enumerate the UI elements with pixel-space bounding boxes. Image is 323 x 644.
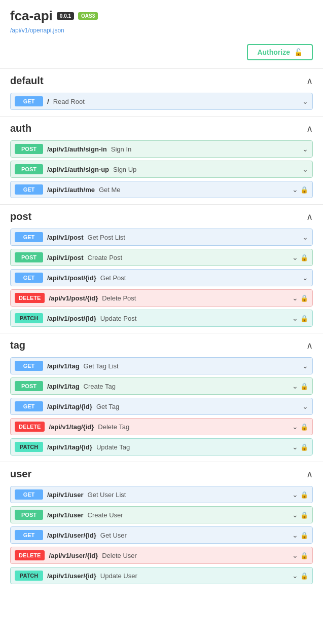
method-badge: PATCH — [15, 442, 43, 452]
endpoint-row-post-4[interactable]: PATCH /api/v1/post/{id} Update Post ⌄ 🔒 — [10, 310, 313, 327]
method-badge: POST — [15, 164, 43, 174]
section-chevron-user[interactable]: ∧ — [306, 469, 313, 480]
section-auth: auth ∧ POST /api/v1/auth/sign-in Sign In… — [0, 116, 323, 204]
row-right: ⌄ — [302, 362, 308, 370]
endpoint-row-auth-0[interactable]: POST /api/v1/auth/sign-in Sign In ⌄ — [10, 140, 313, 158]
endpoint-desc: Update Post — [100, 315, 288, 322]
method-badge: POST — [15, 510, 43, 520]
method-badge: GET — [15, 361, 43, 371]
endpoint-path: /api/v1/user/{id} — [47, 532, 96, 539]
method-badge: PATCH — [15, 571, 43, 581]
method-badge: DELETE — [15, 422, 45, 432]
section-title-user: user — [10, 468, 31, 480]
endpoint-desc: Get User List — [88, 491, 288, 499]
row-chevron-icon: ⌄ — [292, 511, 298, 519]
section-body-user: GET /api/v1/user Get User List ⌄ 🔒 POST … — [0, 486, 323, 590]
endpoint-row-user-1[interactable]: POST /api/v1/user Create User ⌄ 🔒 — [10, 506, 313, 523]
endpoint-row-tag-2[interactable]: GET /api/v1/tag/{id} Get Tag ⌄ — [10, 398, 313, 415]
section-header-tag[interactable]: tag ∧ — [0, 333, 323, 357]
row-right: ⌄ 🔒 — [292, 185, 308, 194]
section-body-tag: GET /api/v1/tag Get Tag List ⌄ POST /api… — [0, 357, 323, 462]
endpoint-row-post-1[interactable]: POST /api/v1/post Create Post ⌄ 🔒 — [10, 249, 313, 266]
endpoint-desc: Get User — [100, 532, 288, 539]
row-right: ⌄ 🔒 — [292, 490, 308, 499]
row-right: ⌄ 🔒 — [292, 314, 308, 322]
section-header-user[interactable]: user ∧ — [0, 462, 323, 486]
endpoint-desc: Create Post — [88, 254, 288, 261]
endpoint-desc: Get Me — [99, 186, 288, 194]
endpoint-row-user-3[interactable]: DELETE /api/v1/user/{id} Delete User ⌄ 🔒 — [10, 547, 313, 564]
endpoint-desc: Update Tag — [96, 443, 288, 451]
row-chevron-icon: ⌄ — [302, 233, 308, 241]
endpoint-row-user-2[interactable]: GET /api/v1/user/{id} Get User ⌄ 🔒 — [10, 526, 313, 544]
endpoint-row-user-4[interactable]: PATCH /api/v1/user/{id} Update User ⌄ 🔒 — [10, 567, 313, 584]
section-header-auth[interactable]: auth ∧ — [0, 117, 323, 140]
section-header-post[interactable]: post ∧ — [0, 205, 323, 229]
row-chevron-icon: ⌄ — [302, 402, 308, 410]
row-right: ⌄ 🔒 — [292, 443, 308, 451]
endpoint-row-auth-1[interactable]: POST /api/v1/auth/sign-up Sign Up ⌄ — [10, 161, 313, 178]
method-badge: GET — [15, 232, 43, 242]
section-chevron-tag[interactable]: ∧ — [306, 340, 313, 351]
section-title-default: default — [10, 75, 44, 87]
row-right: ⌄ — [302, 97, 308, 105]
row-chevron-icon: ⌄ — [292, 423, 298, 431]
endpoint-path: /api/v1/post — [47, 234, 84, 241]
endpoint-row-tag-3[interactable]: DELETE /api/v1/tag/{id} Delete Tag ⌄ 🔒 — [10, 418, 313, 435]
row-chevron-icon: ⌄ — [292, 185, 298, 194]
endpoint-row-post-0[interactable]: GET /api/v1/post Get Post List ⌄ — [10, 229, 313, 246]
lock-icon: 🔒 — [300, 254, 308, 261]
endpoint-row-tag-1[interactable]: POST /api/v1/tag Create Tag ⌄ 🔒 — [10, 377, 313, 395]
row-chevron-icon: ⌄ — [292, 572, 298, 580]
endpoint-desc: Sign Up — [113, 166, 298, 173]
endpoint-desc: Delete Tag — [98, 423, 288, 431]
endpoint-desc: Create Tag — [84, 383, 288, 390]
endpoint-row-tag-0[interactable]: GET /api/v1/tag Get Tag List ⌄ — [10, 357, 313, 374]
endpoint-row-post-2[interactable]: GET /api/v1/post/{id} Get Post ⌄ — [10, 269, 313, 286]
version-badge: 0.0.1 — [57, 12, 74, 20]
endpoint-desc: Get Post List — [88, 234, 298, 241]
sections-container: default ∧ GET / Read Root ⌄ auth ∧ POST … — [0, 68, 323, 590]
section-header-default[interactable]: default ∧ — [0, 69, 323, 93]
endpoint-row-tag-4[interactable]: PATCH /api/v1/tag/{id} Update Tag ⌄ 🔒 — [10, 438, 313, 456]
app-header: fca-api 0.0.1 OAS3 /api/v1/openapi.json — [0, 0, 323, 36]
method-badge: GET — [15, 530, 43, 540]
section-chevron-default[interactable]: ∧ — [306, 75, 313, 87]
endpoint-path: / — [47, 98, 49, 105]
method-badge: POST — [15, 144, 43, 154]
row-chevron-icon: ⌄ — [292, 443, 298, 451]
endpoint-desc: Delete Post — [102, 294, 288, 302]
lock-icon: 🔒 — [300, 491, 308, 499]
row-chevron-icon: ⌄ — [302, 274, 308, 282]
section-chevron-auth[interactable]: ∧ — [306, 123, 313, 134]
row-right: ⌄ — [302, 145, 308, 153]
endpoint-desc: Get Tag List — [84, 362, 298, 370]
section-body-auth: POST /api/v1/auth/sign-in Sign In ⌄ POST… — [0, 140, 323, 204]
method-badge: GET — [15, 401, 43, 411]
endpoint-path: /api/v1/user — [47, 491, 84, 499]
endpoint-desc: Sign In — [111, 145, 298, 153]
row-chevron-icon: ⌄ — [292, 314, 298, 322]
row-right: ⌄ 🔒 — [292, 531, 308, 539]
row-right: ⌄ — [302, 165, 308, 173]
row-chevron-icon: ⌄ — [302, 145, 308, 153]
row-chevron-icon: ⌄ — [292, 531, 298, 539]
endpoint-path: /api/v1/tag — [47, 362, 80, 370]
row-right: ⌄ 🔒 — [292, 572, 308, 580]
endpoint-path: /api/v1/auth/sign-in — [47, 145, 107, 153]
section-chevron-post[interactable]: ∧ — [306, 211, 313, 222]
lock-icon: 🔒 — [300, 315, 308, 322]
lock-icon: 🔒 — [300, 511, 308, 519]
api-link[interactable]: /api/v1/openapi.json — [10, 27, 64, 34]
endpoint-row-default-0[interactable]: GET / Read Root ⌄ — [10, 93, 313, 110]
endpoint-path: /api/v1/user/{id} — [47, 572, 96, 580]
endpoint-row-post-3[interactable]: DELETE /api/v1/post/{id} Delete Post ⌄ 🔒 — [10, 289, 313, 307]
row-right: ⌄ — [302, 402, 308, 410]
row-chevron-icon: ⌄ — [292, 490, 298, 499]
endpoint-row-user-0[interactable]: GET /api/v1/user Get User List ⌄ 🔒 — [10, 486, 313, 503]
app-name: fca-api — [10, 8, 53, 24]
endpoint-path: /api/v1/tag/{id} — [49, 423, 94, 431]
authorize-button[interactable]: Authorize 🔓 — [247, 44, 313, 60]
endpoint-row-auth-2[interactable]: GET /api/v1/auth/me Get Me ⌄ 🔒 — [10, 181, 313, 198]
endpoint-path: /api/v1/auth/sign-up — [47, 166, 109, 173]
